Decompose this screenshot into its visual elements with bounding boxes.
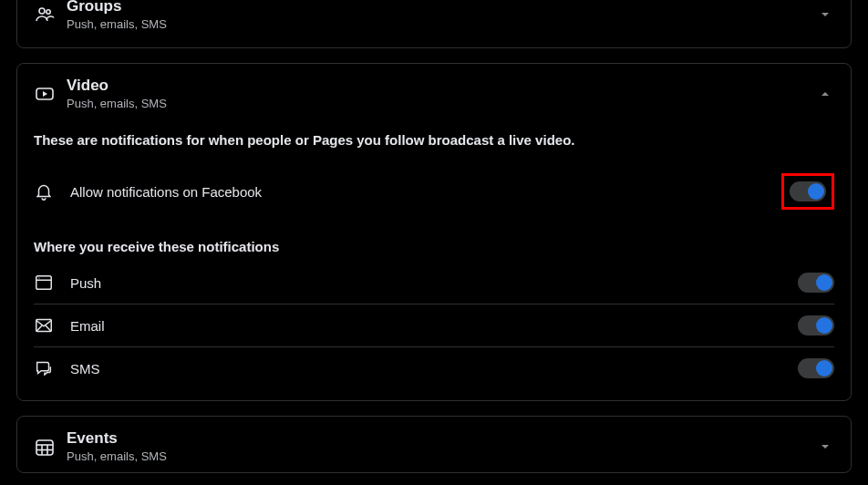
video-title: Video <box>67 77 816 95</box>
chevron-down-icon <box>816 5 834 24</box>
section-groups-header[interactable]: Groups Push, emails, SMS <box>34 0 834 40</box>
email-icon <box>34 315 70 335</box>
calendar-icon <box>34 436 67 458</box>
browser-icon <box>34 273 70 293</box>
bell-icon <box>34 181 70 201</box>
video-description: These are notifications for when people … <box>34 132 834 148</box>
section-events-header[interactable]: Events Push, emails, SMS <box>34 417 834 472</box>
sms-label: SMS <box>70 361 798 377</box>
sms-icon <box>34 358 70 378</box>
row-allow-facebook: Allow notifications on Facebook <box>34 162 834 221</box>
svg-point-1 <box>46 9 50 13</box>
row-email: Email <box>34 304 834 347</box>
groups-icon <box>34 4 67 26</box>
toggle-allow-facebook[interactable] <box>790 181 826 201</box>
section-video-header[interactable]: Video Push, emails, SMS <box>34 64 834 119</box>
allow-label: Allow notifications on Facebook <box>70 184 781 200</box>
highlight-allow-toggle <box>781 173 834 210</box>
section-events: Events Push, emails, SMS <box>16 416 852 473</box>
svg-rect-3 <box>36 276 52 290</box>
toggle-sms[interactable] <box>798 358 834 378</box>
groups-title: Groups <box>67 0 816 15</box>
svg-point-0 <box>39 8 45 14</box>
video-subtitle: Push, emails, SMS <box>67 97 816 110</box>
chevron-down-icon <box>816 438 834 456</box>
push-label: Push <box>70 275 798 291</box>
events-title: Events <box>67 429 816 448</box>
toggle-push[interactable] <box>798 273 834 293</box>
events-subtitle: Push, emails, SMS <box>67 449 816 463</box>
row-sms: SMS <box>34 347 834 389</box>
video-icon <box>34 83 67 105</box>
svg-point-5 <box>38 277 39 278</box>
where-label: Where you receive these notifications <box>34 239 834 254</box>
row-push: Push <box>34 262 834 304</box>
section-groups: Groups Push, emails, SMS <box>16 0 852 48</box>
svg-rect-7 <box>36 440 53 455</box>
email-label: Email <box>70 318 798 334</box>
toggle-email[interactable] <box>798 315 834 335</box>
chevron-up-icon <box>816 85 834 103</box>
groups-subtitle: Push, emails, SMS <box>67 17 816 31</box>
section-video: Video Push, emails, SMS These are notifi… <box>16 63 852 401</box>
